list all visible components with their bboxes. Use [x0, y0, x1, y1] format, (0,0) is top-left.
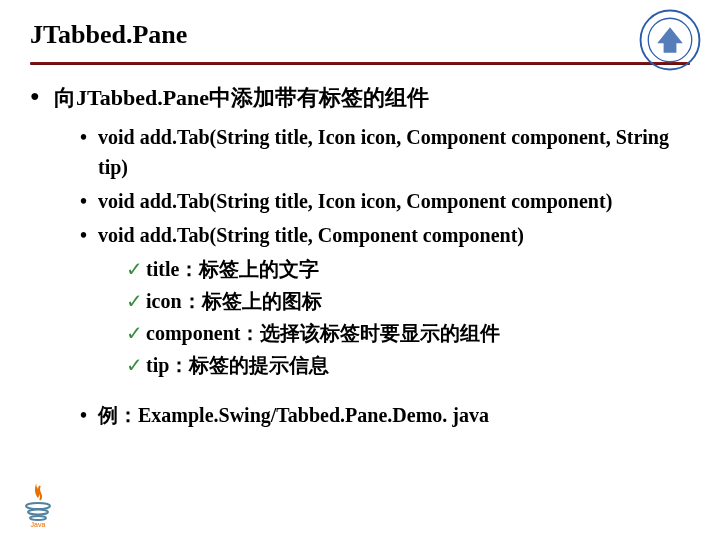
svg-point-4: [30, 516, 46, 520]
example-line: 例：Example.Swing/Tabbed.Pane.Demo. java: [80, 400, 690, 430]
svg-point-2: [26, 503, 50, 509]
svg-point-3: [28, 510, 48, 515]
page-title: JTabbed.Pane: [30, 20, 690, 50]
param-tip: tip：标签的提示信息: [126, 350, 690, 380]
param-icon: icon：标签上的图标: [126, 286, 690, 316]
param-title: title：标签上的文字: [126, 254, 690, 284]
section-heading: 向JTabbed.Pane中添加带有标签的组件 void add.Tab(Str…: [30, 81, 690, 430]
method-sig-3-text: void add.Tab(String title, Component com…: [98, 224, 524, 246]
heading-text: 向JTabbed.Pane中添加带有标签的组件: [54, 85, 429, 110]
method-sig-1: void add.Tab(String title, Icon icon, Co…: [80, 122, 690, 182]
method-sig-2: void add.Tab(String title, Icon icon, Co…: [80, 186, 690, 216]
svg-text:Java: Java: [31, 521, 46, 528]
param-component: component：选择该标签时要显示的组件: [126, 318, 690, 348]
method-sig-3: void add.Tab(String title, Component com…: [80, 220, 690, 380]
java-logo-icon: Java: [18, 476, 58, 528]
